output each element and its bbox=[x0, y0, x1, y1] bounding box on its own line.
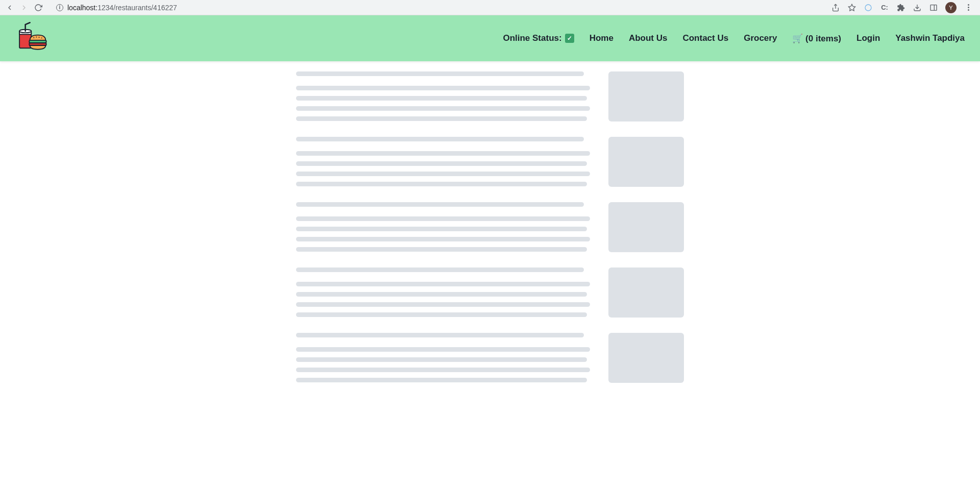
skeleton-line bbox=[296, 227, 587, 231]
skeleton-line bbox=[296, 237, 590, 241]
chrome-toolbar-right: C: Y bbox=[831, 2, 975, 13]
nav-username: Yashwin Tapdiya bbox=[895, 33, 965, 43]
svg-point-12 bbox=[36, 36, 37, 37]
bookmark-star-icon[interactable] bbox=[847, 3, 856, 12]
skeleton-line bbox=[296, 96, 587, 101]
profile-avatar[interactable]: Y bbox=[945, 2, 957, 13]
extensions-puzzle-icon[interactable] bbox=[896, 3, 905, 12]
skeleton-image bbox=[608, 137, 684, 187]
nav-links: Online Status: ✓ Home About Us Contact U… bbox=[503, 33, 965, 44]
skeleton-line bbox=[296, 357, 587, 362]
skeleton-image bbox=[608, 333, 684, 383]
svg-point-13 bbox=[39, 37, 40, 38]
app-header: Online Status: ✓ Home About Us Contact U… bbox=[0, 15, 980, 61]
share-icon[interactable] bbox=[831, 3, 840, 12]
skeleton-line bbox=[296, 312, 587, 317]
skeleton-text-block bbox=[296, 333, 590, 388]
nav-about[interactable]: About Us bbox=[629, 33, 668, 43]
url-text: localhost:1234/restaurants/416227 bbox=[67, 4, 177, 12]
skeleton-line bbox=[296, 116, 587, 121]
skeleton-line bbox=[296, 368, 590, 372]
skeleton-row bbox=[296, 267, 684, 323]
skeleton-line bbox=[296, 378, 587, 382]
skeleton-line bbox=[296, 247, 587, 252]
skeleton-text-block bbox=[296, 202, 590, 257]
skeleton-line bbox=[296, 137, 584, 141]
nav-login[interactable]: Login bbox=[856, 33, 880, 43]
skeleton-line bbox=[296, 347, 590, 352]
skeleton-line bbox=[296, 161, 587, 166]
nav-contact[interactable]: Contact Us bbox=[682, 33, 728, 43]
skeleton-text-block bbox=[296, 137, 590, 192]
nav-grocery[interactable]: Grocery bbox=[744, 33, 777, 43]
skeleton-row bbox=[296, 333, 684, 388]
svg-rect-4 bbox=[930, 5, 937, 10]
skeleton-line bbox=[296, 282, 590, 286]
nav-cart[interactable]: 🛒 (0 items) bbox=[792, 33, 841, 44]
svg-point-11 bbox=[33, 37, 34, 38]
skeleton-line bbox=[296, 172, 590, 176]
skeleton-line bbox=[296, 182, 587, 186]
address-bar[interactable]: i localhost:1234/restaurants/416227 bbox=[51, 1, 823, 15]
svg-marker-1 bbox=[848, 4, 855, 11]
online-status: Online Status: ✓ bbox=[503, 33, 574, 43]
skeleton-line bbox=[296, 71, 584, 76]
skeleton-line bbox=[296, 292, 587, 297]
extension-icon-1[interactable] bbox=[864, 3, 873, 12]
svg-point-14 bbox=[41, 37, 42, 38]
reload-button[interactable] bbox=[34, 3, 43, 12]
site-info-icon[interactable]: i bbox=[56, 4, 63, 11]
skeleton-content bbox=[286, 71, 694, 388]
skeleton-row bbox=[296, 137, 684, 192]
skeleton-line bbox=[296, 86, 590, 90]
online-check-icon: ✓ bbox=[565, 34, 574, 43]
skeleton-image bbox=[608, 71, 684, 121]
svg-point-2 bbox=[865, 5, 871, 11]
browser-chrome-bar: i localhost:1234/restaurants/416227 C: Y bbox=[0, 0, 980, 15]
online-status-label: Online Status: bbox=[503, 33, 561, 43]
skeleton-line bbox=[296, 202, 584, 207]
skeleton-text-block bbox=[296, 267, 590, 323]
skeleton-row bbox=[296, 71, 684, 127]
skeleton-line bbox=[296, 267, 584, 272]
skeleton-text-block bbox=[296, 71, 590, 127]
forward-button[interactable] bbox=[19, 3, 29, 12]
panel-icon[interactable] bbox=[929, 3, 938, 12]
back-button[interactable] bbox=[5, 3, 14, 12]
skeleton-image bbox=[608, 202, 684, 252]
skeleton-line bbox=[296, 333, 584, 337]
extension-icon-2[interactable]: C: bbox=[880, 3, 889, 12]
skeleton-line bbox=[296, 106, 590, 111]
skeleton-line bbox=[296, 151, 590, 156]
downloads-icon[interactable] bbox=[913, 3, 922, 12]
skeleton-line bbox=[296, 216, 590, 221]
skeleton-image bbox=[608, 267, 684, 318]
chrome-menu-icon[interactable] bbox=[964, 3, 973, 12]
skeleton-line bbox=[296, 302, 590, 307]
app-logo[interactable] bbox=[15, 21, 51, 55]
nav-home[interactable]: Home bbox=[590, 33, 614, 43]
skeleton-row bbox=[296, 202, 684, 257]
